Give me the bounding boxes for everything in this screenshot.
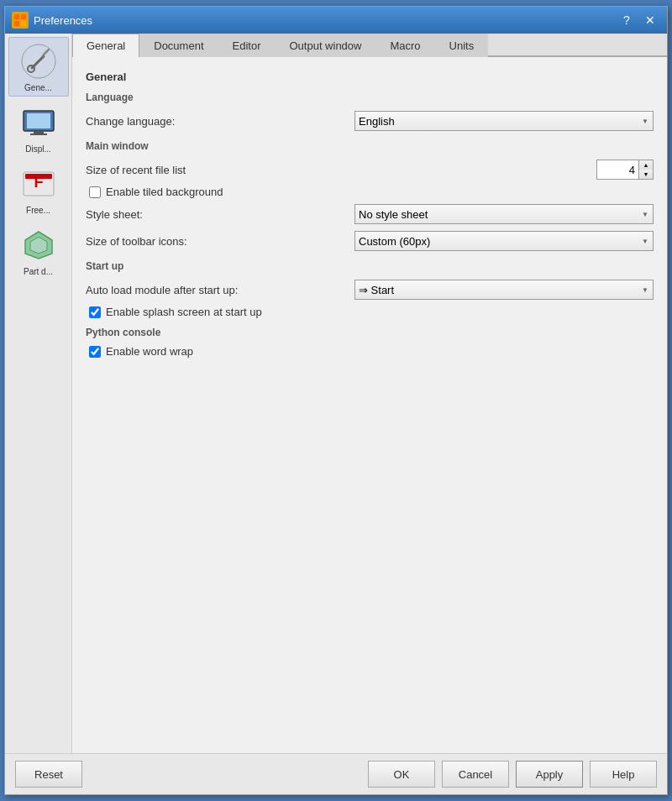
toolbar-icons-label: Size of toolbar icons:: [86, 235, 354, 248]
recent-file-label: Size of recent file list: [86, 164, 354, 176]
sidebar-item-general[interactable]: Gene...: [8, 37, 69, 97]
auto-load-select[interactable]: ⇒ Start: [354, 280, 654, 300]
tab-macro[interactable]: Macro: [375, 34, 434, 57]
footer-right: OK Cancel Apply Help: [368, 761, 657, 788]
sidebar-item-freecad-label: Free...: [26, 206, 50, 215]
cancel-button[interactable]: Cancel: [442, 761, 509, 788]
window-title: Preferences: [34, 14, 617, 27]
content-area: General Document Editor Output window Ma…: [72, 34, 667, 753]
toolbar-icons-row: Size of toolbar icons: Custom (60px): [86, 230, 654, 252]
tab-document[interactable]: Document: [139, 34, 218, 57]
splash-screen-checkbox[interactable]: [89, 306, 101, 318]
auto-load-row: Auto load module after start up: ⇒ Start: [86, 279, 654, 301]
main-content: Gene... Displ...: [5, 34, 667, 753]
tiled-bg-label[interactable]: Enable tiled background: [106, 186, 223, 198]
tiled-bg-checkbox[interactable]: [89, 186, 101, 198]
tab-content-general: General Language Change language: Englis…: [72, 57, 667, 753]
title-bar-buttons: ? ✕: [617, 11, 660, 29]
recent-file-decrement[interactable]: ▼: [639, 170, 653, 179]
style-sheet-control: No style sheet: [354, 204, 654, 224]
main-window-subsection-title: Main window: [86, 140, 654, 154]
auto-load-select-wrapper: ⇒ Start: [354, 280, 654, 300]
tiled-bg-row: Enable tiled background: [86, 186, 654, 198]
sidebar-item-part[interactable]: Part d...: [8, 221, 69, 280]
tab-units[interactable]: Units: [435, 34, 489, 57]
freecad-icon: F: [18, 164, 59, 204]
toolbar-icons-select[interactable]: Custom (60px): [354, 231, 654, 251]
title-bar: Preferences ? ✕: [5, 7, 667, 34]
splash-screen-row: Enable splash screen at start up: [86, 306, 654, 318]
tabs-bar: General Document Editor Output window Ma…: [72, 34, 667, 57]
tab-editor[interactable]: Editor: [218, 34, 276, 57]
recent-file-spinner-buttons: ▲ ▼: [638, 160, 654, 180]
change-language-control: English: [354, 111, 654, 131]
sidebar-item-display-label: Displ...: [25, 144, 51, 154]
footer: Reset OK Cancel Apply Help: [5, 753, 667, 794]
language-subsection-title: Language: [86, 92, 654, 105]
style-sheet-select[interactable]: No style sheet: [354, 204, 654, 224]
help-button[interactable]: ?: [617, 11, 637, 29]
style-sheet-row: Style sheet: No style sheet: [86, 203, 654, 225]
toolbar-icons-control: Custom (60px): [354, 231, 654, 251]
style-sheet-select-wrapper: No style sheet: [354, 204, 654, 224]
app-icon: [12, 12, 29, 29]
tab-general[interactable]: General: [72, 34, 139, 57]
python-console-subsection-title: Python console: [86, 327, 654, 340]
sidebar-item-general-label: Gene...: [24, 83, 52, 92]
close-button[interactable]: ✕: [640, 11, 660, 29]
startup-subsection-title: Start up: [86, 260, 654, 274]
language-select[interactable]: English: [354, 111, 654, 131]
style-sheet-label: Style sheet:: [86, 208, 354, 221]
svg-rect-12: [25, 174, 52, 179]
recent-file-spinner: ▲ ▼: [596, 160, 654, 180]
ok-button[interactable]: OK: [368, 761, 435, 788]
svg-rect-3: [21, 21, 26, 26]
help-button-footer[interactable]: Help: [590, 761, 657, 788]
recent-file-increment[interactable]: ▲: [639, 160, 653, 170]
splash-screen-label[interactable]: Enable splash screen at start up: [106, 306, 262, 318]
auto-load-control: ⇒ Start: [354, 280, 654, 300]
change-language-row: Change language: English: [86, 110, 654, 132]
part-icon: [18, 225, 59, 265]
auto-load-label: Auto load module after start up:: [86, 284, 354, 296]
sidebar-item-freecad[interactable]: F Free...: [8, 160, 69, 219]
display-icon: [18, 102, 59, 143]
word-wrap-checkbox[interactable]: [89, 346, 101, 358]
svg-rect-2: [14, 21, 19, 26]
svg-rect-1: [21, 14, 26, 19]
preferences-dialog: Preferences ? ✕: [4, 6, 668, 795]
recent-file-row: Size of recent file list ▲ ▼: [86, 159, 654, 181]
recent-file-input[interactable]: [596, 160, 638, 180]
tab-output-window[interactable]: Output window: [275, 34, 375, 57]
svg-rect-8: [34, 131, 44, 134]
toolbar-icons-select-wrapper: Custom (60px): [354, 231, 654, 251]
reset-button[interactable]: Reset: [15, 761, 82, 788]
recent-file-control: ▲ ▼: [354, 160, 654, 180]
svg-rect-0: [14, 14, 19, 19]
language-select-wrapper: English: [354, 111, 654, 131]
change-language-label: Change language:: [86, 115, 354, 128]
sidebar-item-display[interactable]: Displ...: [8, 98, 69, 158]
tools-icon: [18, 41, 59, 81]
word-wrap-label[interactable]: Enable word wrap: [106, 345, 193, 358]
apply-button[interactable]: Apply: [516, 761, 583, 788]
section-title: General: [86, 71, 654, 83]
svg-rect-9: [30, 134, 47, 135]
sidebar-item-part-label: Part d...: [24, 267, 53, 276]
sidebar: Gene... Displ...: [5, 34, 72, 753]
word-wrap-row: Enable word wrap: [86, 345, 654, 358]
svg-rect-7: [27, 113, 50, 128]
footer-left: Reset: [15, 761, 82, 788]
